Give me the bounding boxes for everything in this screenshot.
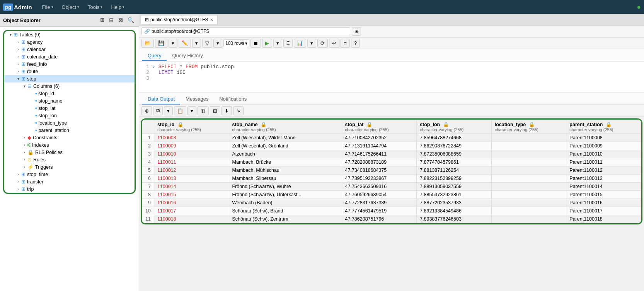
filter-btn[interactable]: ▽ [202,39,212,48]
paste-btn[interactable]: 📋 [174,106,186,115]
chart-btn[interactable]: ∿ [233,106,244,115]
run-dropdown-btn[interactable]: ▾ [273,39,282,48]
col-header-location-type[interactable]: location_type 🔒 character varying (255) [491,120,566,134]
code-editor[interactable]: 1 › SELECT * FROM public.stop 2 LIMIT 10… [139,62,644,92]
menu-file[interactable]: File ▾ [38,3,57,12]
add-row-btn[interactable]: ⊕ [141,106,152,115]
stop-id-cell[interactable]: 1100010 [154,150,229,158]
sidebar-item-transfer[interactable]: › ⊞ transfer [4,178,135,185]
agency-toggle[interactable]: › [15,40,21,44]
sidebar-item-triggers[interactable]: › ⚡ Triggers [4,163,135,171]
sidebar-item-location-type[interactable]: ▪ location_type [4,119,135,127]
sidebar-item-trip[interactable]: › ⊞ trip [4,185,135,193]
main-tab[interactable]: ⊞ public.stop/root/root@GTFS ✕ [141,15,218,24]
calendar-toggle[interactable]: › [15,47,21,51]
sidebar-item-rls-policies[interactable]: › 🔒 RLS Policies [4,149,135,156]
stop-toggle[interactable]: ▾ [15,77,21,81]
rules-toggle[interactable]: › [21,157,27,162]
sidebar-item-route[interactable]: › ⊞ route [4,68,135,75]
stop-id-cell[interactable]: 1100017 [154,207,229,215]
sidebar-item-calendar[interactable]: › ⊞ calendar [4,46,135,53]
tab-notifications[interactable]: Notifications [214,94,252,104]
col-header-stop-name[interactable]: stop_name 🔒 character varying (255) [229,120,342,134]
save-btn[interactable]: 💾 [155,39,167,48]
col-header-parent-station[interactable]: parent_station 🔒 character varying (255) [566,120,641,134]
sidebar-tool-grid[interactable]: ⊟ [107,16,115,24]
menu-object[interactable]: Object ▾ [58,3,83,12]
menu-tools[interactable]: Tools ▾ [84,3,106,12]
tab-data-output[interactable]: Data Output [142,94,180,104]
sidebar-item-constraints[interactable]: › ◆ Constraints [4,134,135,141]
triggers-toggle[interactable]: › [21,165,27,169]
sidebar-tool-db[interactable]: ⊞ [99,16,106,24]
paste-dropdown-btn[interactable]: ▾ [187,106,196,115]
tab-query-history[interactable]: Query History [167,51,208,61]
col-header-stop-lon[interactable]: stop_lon 🔒 character varying (255) [417,120,492,134]
copy-dropdown-btn[interactable]: ▾ [164,106,173,115]
stop-id-cell[interactable]: 1100015 [154,191,229,199]
rows-chevron[interactable]: ▾ [245,41,247,46]
stop-id-cell[interactable]: 1100011 [154,158,229,166]
rows-select[interactable]: 100 rows ▾ [223,39,249,47]
sidebar-item-stop-lon[interactable]: ▪ stop_lon [4,112,135,119]
sidebar-item-calendar-date[interactable]: › ⊞ calendar_date [4,53,135,60]
sidebar-item-stop[interactable]: ▾ ⊞ stop [4,75,135,82]
sidebar-item-stop-time[interactable]: › ⊞ stop_time [4,171,135,178]
tables-toggle[interactable]: ▾ [7,33,14,37]
explain-analyze-btn[interactable]: 📊 [294,39,306,48]
edit-btn[interactable]: ✏️ [179,39,191,48]
copy-btn[interactable]: ⧉ [153,106,163,115]
stop-id-cell[interactable]: 1100014 [154,183,229,191]
macros-btn[interactable]: ≡ [341,39,350,48]
run-btn[interactable]: ▶ [262,39,272,48]
sidebar-tool-collapse[interactable]: ⊠ [117,16,124,24]
indexes-toggle[interactable]: › [21,143,27,147]
explain-btn[interactable]: E [283,39,293,48]
constraints-toggle[interactable]: › [21,135,27,140]
sidebar-item-feed-info[interactable]: › ⊞ feed_info [4,60,135,68]
connection-settings-btn[interactable]: ⊞ [352,27,361,36]
stop-id-cell[interactable]: 1100008 [154,134,229,142]
sidebar-item-columns[interactable]: ▾ ⊟ Columns (6) [4,82,135,90]
stop-id-cell[interactable]: 1100009 [154,142,229,150]
sidebar-item-stop-lat[interactable]: ▪ stop_lat [4,104,135,112]
tab-close-btn[interactable]: ✕ [210,17,213,22]
trip-toggle[interactable]: › [15,187,21,191]
sidebar-item-stop-id[interactable]: ▪ stop_id [4,90,135,97]
transfer-toggle[interactable]: › [15,180,21,184]
tree-tables-group[interactable]: ▾ ⊞ Tables (9) [4,31,135,38]
stop-id-cell[interactable]: 1100012 [154,166,229,175]
explain-dropdown-btn[interactable]: ▾ [307,39,316,48]
edit-dropdown-btn[interactable]: ▾ [192,39,201,48]
tab-query[interactable]: Query [142,51,167,61]
calendar-date-toggle[interactable]: › [15,55,21,59]
open-file-btn[interactable]: 📂 [141,39,154,48]
rollback-btn[interactable]: ↩ [329,39,339,48]
feed-info-toggle[interactable]: › [15,62,21,66]
rls-policies-toggle[interactable]: › [21,150,27,154]
menu-help[interactable]: Help ▾ [107,3,128,12]
stop-btn[interactable]: ◼ [250,39,261,48]
stop-id-cell[interactable]: 1100013 [154,175,229,183]
filter-dropdown-btn[interactable]: ▾ [213,39,222,48]
route-toggle[interactable]: › [15,69,21,74]
delete-row-btn[interactable]: 🗑 [198,106,209,115]
sidebar-item-stop-name[interactable]: ▪ stop_name [4,97,135,104]
stop-id-cell[interactable]: 1100018 [154,215,229,223]
help-btn[interactable]: ? [351,39,360,48]
sidebar-item-rules[interactable]: › ⊙ Rules [4,156,135,163]
download-btn[interactable]: ⬇ [221,106,232,115]
save-dropdown-btn[interactable]: ▾ [169,39,177,48]
col-header-stop-id[interactable]: stop_id 🔒 character varying (255) [154,120,229,134]
columns-toggle[interactable]: ▾ [21,84,27,88]
col-header-stop-lat[interactable]: stop_lat 🔒 character varying (255) [342,120,417,134]
stop-time-toggle[interactable]: › [15,172,21,176]
sidebar-item-indexes[interactable]: › ⑆ Indexes [4,141,135,149]
save-data-btn[interactable]: ⊞ [210,106,220,115]
sidebar-item-agency[interactable]: › ⊞ agency [4,38,135,46]
tab-messages[interactable]: Messages [180,94,214,104]
commit-btn[interactable]: ⟳ [317,39,328,48]
stop-id-cell[interactable]: 1100016 [154,199,229,207]
sidebar-item-parent-station[interactable]: ▪ parent_station [4,127,135,134]
sidebar-search-icon[interactable]: 🔍 [126,16,136,24]
